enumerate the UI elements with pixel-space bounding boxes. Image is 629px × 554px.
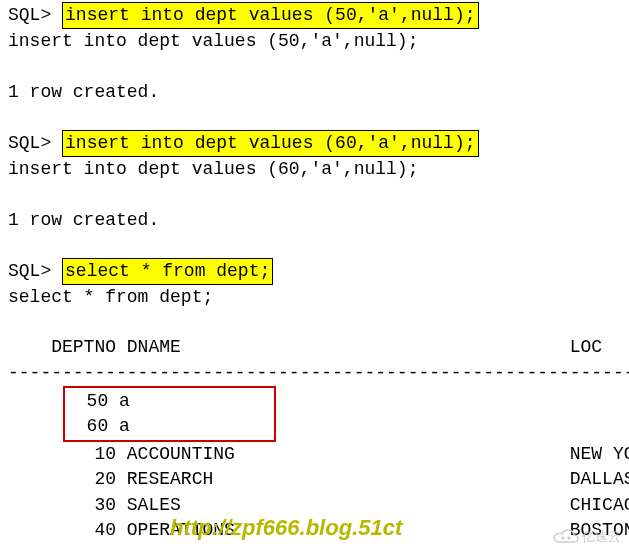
watermark-brand: 亿速云	[552, 528, 621, 546]
table-row: 50 a	[65, 389, 270, 414]
cloud-icon	[552, 528, 580, 546]
blank	[8, 54, 621, 79]
table-header: DEPTNO DNAME LOC	[8, 335, 621, 360]
sql-result-1: 1 row created.	[8, 80, 621, 105]
svg-point-1	[568, 536, 571, 539]
watermark-brand-text: 亿速云	[582, 528, 621, 546]
blank	[8, 543, 621, 554]
blank	[8, 233, 621, 258]
sql-result-2: 1 row created.	[8, 208, 621, 233]
sql-line-3: SQL> select * from dept;	[8, 258, 621, 285]
blank	[8, 310, 621, 335]
watermark-url: http://zpf666.blog.51ct	[170, 513, 402, 544]
blank	[8, 105, 621, 130]
sql-echo-2: insert into dept values (60,'a',null);	[8, 157, 621, 182]
sql-command-2: insert into dept values (60,'a',null);	[62, 130, 478, 157]
sql-prompt: SQL>	[8, 133, 51, 153]
sql-echo-3: select * from dept;	[8, 285, 621, 310]
sql-line-2: SQL> insert into dept values (60,'a',nul…	[8, 130, 621, 157]
blank	[8, 182, 621, 207]
table-divider: ----------------------------------------…	[8, 361, 621, 386]
table-row: 10 ACCOUNTING NEW YORK	[8, 442, 621, 467]
sql-prompt: SQL>	[8, 261, 51, 281]
highlighted-rows-box: 50 a 60 a	[63, 386, 276, 442]
sql-echo-1: insert into dept values (50,'a',null);	[8, 29, 621, 54]
sql-line-1: SQL> insert into dept values (50,'a',nul…	[8, 2, 621, 29]
sql-prompt: SQL>	[8, 5, 51, 25]
table-row: 60 a	[65, 414, 270, 439]
sql-command-1: insert into dept values (50,'a',null);	[62, 2, 478, 29]
sql-command-3: select * from dept;	[62, 258, 273, 285]
svg-point-0	[562, 536, 565, 539]
table-row: 20 RESEARCH DALLAS	[8, 467, 621, 492]
